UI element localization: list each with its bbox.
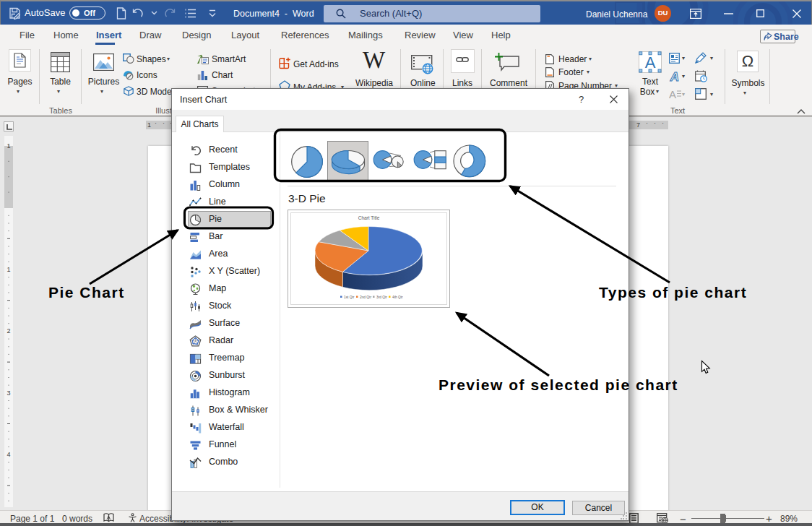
- svg-text:A: A: [645, 53, 656, 72]
- svg-text:1st Qtr: 1st Qtr: [344, 296, 355, 299]
- svg-text:4th Qtr: 4th Qtr: [392, 296, 403, 299]
- svg-text:3rd Qtr: 3rd Qtr: [376, 296, 387, 299]
- svg-text:2nd Qtr: 2nd Qtr: [360, 296, 371, 299]
- svg-text:A: A: [669, 89, 676, 99]
- svg-text:A: A: [670, 71, 679, 82]
